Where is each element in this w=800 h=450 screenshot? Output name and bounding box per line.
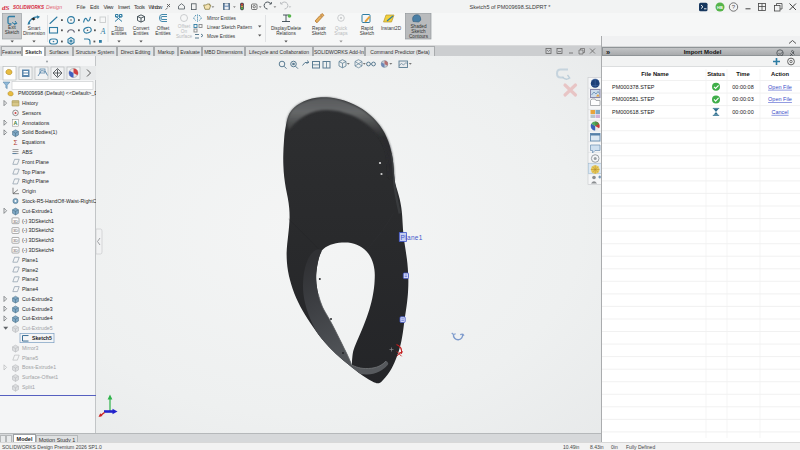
svg-text:Move Entities: Move Entities — [207, 34, 236, 39]
svg-text:Display/Delete: Display/Delete — [271, 26, 302, 31]
svg-text:Plane1: Plane1 — [401, 234, 423, 241]
svg-text:Tools: Tools — [134, 4, 145, 10]
svg-text:00:00:08: 00:00:08 — [732, 84, 753, 90]
svg-text:dS: dS — [2, 4, 10, 12]
svg-text:Sensors: Sensors — [22, 110, 41, 116]
svg-text:HB: HB — [717, 5, 723, 10]
svg-text:Window: Window — [149, 4, 163, 10]
svg-text:Stock-R5-HandOff-Waist-RightCo: Stock-R5-HandOff-Waist-RightCo — [22, 198, 96, 204]
svg-text:Plane5: Plane5 — [22, 355, 38, 361]
svg-text:Convert: Convert — [133, 26, 150, 31]
svg-text:3D: 3D — [13, 219, 18, 224]
svg-text:Solid Bodies(1): Solid Bodies(1) — [22, 129, 57, 135]
svg-text:Cut-Extrude3: Cut-Extrude3 — [22, 306, 53, 312]
svg-text:Action: Action — [771, 71, 789, 77]
svg-text:Offset: Offset — [157, 26, 170, 31]
svg-text:Cut-Extrude4: Cut-Extrude4 — [22, 315, 53, 321]
svg-text:Contours: Contours — [409, 34, 429, 39]
svg-text:Right Plane: Right Plane — [22, 178, 49, 184]
svg-text:Sketch: Sketch — [312, 31, 327, 36]
svg-text:3D: 3D — [13, 248, 18, 253]
svg-text:PM009698 (Default) <<Default>_: PM009698 (Default) <<Default>_Displ — [18, 90, 96, 96]
svg-text:Design: Design — [46, 3, 62, 10]
svg-text:Trim: Trim — [114, 26, 123, 31]
svg-text:Snaps: Snaps — [334, 31, 348, 36]
svg-text:Top Plane: Top Plane — [22, 169, 45, 175]
svg-text:(-) 3DSketch3: (-) 3DSketch3 — [22, 237, 54, 243]
svg-text:SOLIDWORKS: SOLIDWORKS — [13, 4, 44, 10]
svg-text:Σ: Σ — [13, 139, 17, 146]
svg-text:Exit: Exit — [8, 25, 17, 30]
svg-text:Edit: Edit — [90, 4, 100, 10]
svg-text:Open File: Open File — [768, 96, 792, 102]
svg-text:PM000581.STEP: PM000581.STEP — [612, 96, 655, 102]
svg-text:Plane4: Plane4 — [22, 286, 38, 292]
svg-text:(-) 3DSketch2: (-) 3DSketch2 — [22, 227, 54, 233]
svg-text:Smart: Smart — [28, 26, 41, 31]
svg-text:Sketch5: Sketch5 — [32, 335, 52, 341]
svg-text:3D: 3D — [13, 228, 18, 233]
svg-text:Mirror3: Mirror3 — [22, 345, 39, 351]
svg-text:Sketch5 of PM009698.SLDPRT *: Sketch5 of PM009698.SLDPRT * — [470, 4, 552, 10]
svg-text:Entities: Entities — [111, 31, 127, 36]
svg-text:Equations: Equations — [22, 139, 45, 145]
svg-text:Split1: Split1 — [22, 384, 35, 390]
svg-text:Instant2D: Instant2D — [381, 26, 402, 31]
svg-text:Entities: Entities — [133, 31, 149, 36]
svg-text:PM000378.STEP: PM000378.STEP — [612, 84, 655, 90]
svg-text:00:00:03: 00:00:03 — [732, 96, 753, 102]
svg-text:Linear Sketch Pattern: Linear Sketch Pattern — [207, 25, 252, 30]
svg-text:Plane3: Plane3 — [22, 276, 38, 282]
svg-text:View: View — [104, 4, 114, 10]
svg-text:00:00:00: 00:00:00 — [732, 109, 753, 115]
svg-text:?: ? — [732, 4, 736, 10]
svg-text:File Name: File Name — [641, 71, 669, 77]
svg-text:Rapid: Rapid — [361, 26, 374, 31]
svg-text:Repair: Repair — [312, 26, 326, 31]
svg-text:Cut-Extrude2: Cut-Extrude2 — [22, 296, 53, 302]
svg-text:Surface-Offset1: Surface-Offset1 — [22, 374, 58, 380]
svg-text:Cut-Extrude1: Cut-Extrude1 — [22, 208, 53, 214]
svg-text:File: File — [77, 4, 86, 10]
svg-text:Origin: Origin — [22, 188, 36, 194]
svg-text:Quick: Quick — [335, 26, 348, 31]
svg-text:Cancel: Cancel — [771, 109, 788, 115]
svg-text:ABS: ABS — [22, 149, 33, 155]
svg-text:Sketch: Sketch — [5, 30, 20, 35]
svg-text:A: A — [100, 27, 106, 36]
svg-text:Plane2: Plane2 — [22, 267, 38, 273]
svg-text:Relations: Relations — [276, 31, 296, 36]
svg-text:3D: 3D — [13, 238, 18, 243]
svg-text:Front Plane: Front Plane — [22, 159, 49, 165]
svg-text:Status: Status — [707, 71, 725, 77]
svg-text:Annotations: Annotations — [22, 120, 50, 126]
svg-text:(-) 3DSketch1: (-) 3DSketch1 — [22, 218, 54, 224]
svg-text:Cut-Extrude5: Cut-Extrude5 — [22, 325, 53, 331]
svg-text:Boss-Extrude1: Boss-Extrude1 — [22, 364, 56, 370]
svg-text:Entities: Entities — [155, 31, 171, 36]
svg-text:Mirror Entities: Mirror Entities — [207, 16, 237, 21]
svg-text:A: A — [14, 120, 18, 126]
svg-text:Open File: Open File — [768, 84, 792, 90]
svg-text:Sketch: Sketch — [360, 31, 375, 36]
svg-text:Surface: Surface — [176, 34, 193, 39]
svg-text:Time: Time — [736, 71, 750, 77]
svg-text:Insert: Insert — [118, 4, 131, 10]
svg-text:Dimension: Dimension — [23, 31, 46, 36]
svg-text:(-) 3DSketch4: (-) 3DSketch4 — [22, 247, 54, 253]
svg-text:History: History — [22, 100, 39, 106]
svg-text:Plane1: Plane1 — [22, 257, 38, 263]
svg-text:PM000618.STEP: PM000618.STEP — [612, 109, 655, 115]
